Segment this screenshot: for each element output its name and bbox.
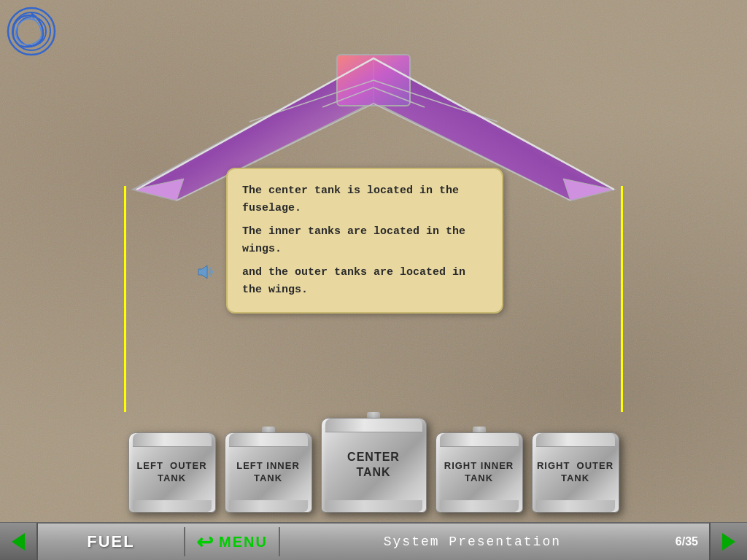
tank-left-outer-label: LEFT OUTERTANK <box>131 460 212 485</box>
text-line-3: and the outer tanks are located in the w… <box>242 264 487 299</box>
next-button[interactable] <box>709 523 747 560</box>
tank-right-outer-cylinder: RIGHT OUTERTANK <box>532 432 619 513</box>
tank-right-inner: RIGHT INNERTANK <box>436 432 523 513</box>
prev-button[interactable] <box>0 523 38 560</box>
tank-right-inner-label: RIGHT INNERTANK <box>438 460 520 485</box>
tanks-area: LEFT OUTERTANK LEFT INNERTANK CENTERTANK… <box>0 389 747 520</box>
text-line-1: The center tank is located in the fusela… <box>242 182 487 217</box>
text-line-2: The inner tanks are located in the wings… <box>242 223 487 258</box>
svg-marker-14 <box>198 265 207 279</box>
prev-arrow-icon <box>12 533 25 551</box>
tank-right-outer: RIGHT OUTERTANK <box>532 432 619 513</box>
tank-left-outer-cylinder: LEFT OUTERTANK <box>128 432 216 513</box>
tank-center-label: CENTERTANK <box>341 450 406 481</box>
logo <box>6 6 57 57</box>
tank-left-inner-label: LEFT INNERTANK <box>231 460 306 485</box>
background: The center tank is located in the fusela… <box>0 0 747 560</box>
tank-right-inner-cylinder: RIGHT INNERTANK <box>436 432 523 513</box>
speaker-icon[interactable] <box>196 262 214 286</box>
menu-icon: ↩ <box>196 530 213 554</box>
connector-line-right <box>621 186 623 412</box>
nav-fuel-title: FUEL <box>38 532 184 551</box>
menu-label: MENU <box>219 534 268 551</box>
connector-line-left <box>124 186 126 412</box>
tank-left-inner: LEFT INNERTANK <box>225 432 312 513</box>
description-box: The center tank is located in the fusela… <box>226 168 503 314</box>
tank-center-cylinder: CENTERTANK <box>321 418 427 513</box>
tank-left-outer: LEFT OUTERTANK <box>128 432 216 513</box>
nav-menu-area[interactable]: ↩ MENU <box>185 530 279 554</box>
nav-page-indicator: 6/35 <box>665 535 709 548</box>
tank-center: CENTERTANK <box>321 418 427 513</box>
tank-right-outer-label: RIGHT OUTERTANK <box>531 460 619 485</box>
nav-section-title: System Presentation <box>280 534 665 549</box>
nav-bar: FUEL ↩ MENU System Presentation 6/35 <box>0 522 747 560</box>
tank-left-inner-cylinder: LEFT INNERTANK <box>225 432 312 513</box>
next-arrow-icon <box>722 533 735 551</box>
